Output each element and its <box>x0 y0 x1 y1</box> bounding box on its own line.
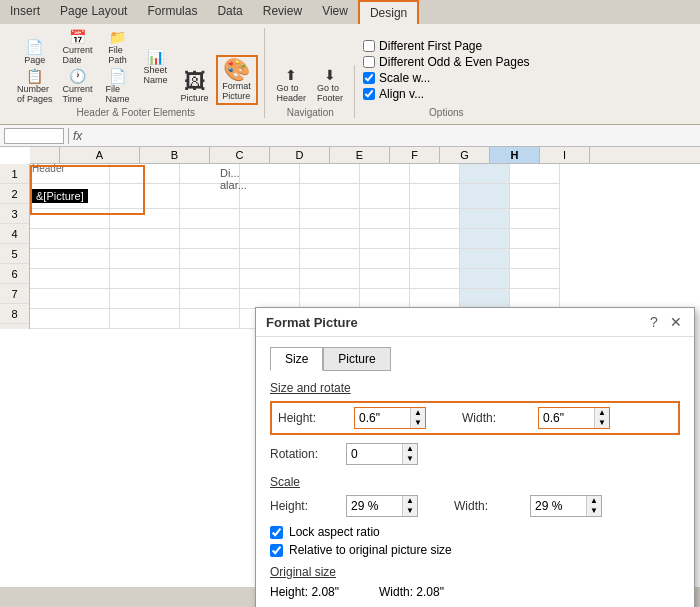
cell-b4[interactable] <box>110 229 180 249</box>
cell-d6[interactable] <box>240 269 300 289</box>
cell-a2[interactable]: &[Picture] <box>30 184 110 209</box>
rotation-spin-up[interactable]: ▲ <box>403 444 417 454</box>
col-header-f[interactable]: F <box>390 147 440 163</box>
cell-i3[interactable] <box>510 209 560 229</box>
cell-f3[interactable] <box>360 209 410 229</box>
cell-g3[interactable] <box>410 209 460 229</box>
cell-b8[interactable] <box>110 309 180 329</box>
current-date-button[interactable]: 📅 CurrentDate <box>58 28 98 66</box>
cell-h3[interactable] <box>460 209 510 229</box>
cell-a3[interactable] <box>30 209 110 229</box>
width-spin-up[interactable]: ▲ <box>595 408 609 418</box>
dialog-tab-size[interactable]: Size <box>270 347 323 371</box>
height-input[interactable] <box>355 409 410 427</box>
cell-b2[interactable] <box>110 184 180 209</box>
cell-i7[interactable] <box>510 289 560 309</box>
cell-h5[interactable] <box>460 249 510 269</box>
width-input[interactable] <box>539 409 594 427</box>
cell-f6[interactable] <box>360 269 410 289</box>
cell-e2[interactable] <box>300 184 360 209</box>
scale-height-up[interactable]: ▲ <box>403 496 417 506</box>
picture-button[interactable]: 🖼 Picture <box>176 69 214 105</box>
tab-data[interactable]: Data <box>207 0 252 24</box>
sheet-name-button[interactable]: 📊 SheetName <box>138 28 174 105</box>
cell-f2[interactable] <box>360 184 410 209</box>
diff-odd-even-checkbox[interactable] <box>363 56 375 68</box>
cell-a5[interactable] <box>30 249 110 269</box>
col-header-b[interactable]: B <box>140 147 210 163</box>
col-header-i[interactable]: I <box>540 147 590 163</box>
height-spin-down[interactable]: ▼ <box>411 418 425 428</box>
cell-i1[interactable] <box>510 164 560 184</box>
cell-g7[interactable] <box>410 289 460 309</box>
col-header-a[interactable]: A <box>60 147 140 163</box>
cell-b1[interactable] <box>110 164 180 184</box>
cell-i6[interactable] <box>510 269 560 289</box>
cell-c6[interactable] <box>180 269 240 289</box>
tab-review[interactable]: Review <box>253 0 312 24</box>
cell-e3[interactable] <box>300 209 360 229</box>
height-spin-up[interactable]: ▲ <box>411 408 425 418</box>
scale-width-up[interactable]: ▲ <box>587 496 601 506</box>
cell-g6[interactable] <box>410 269 460 289</box>
tab-insert[interactable]: Insert <box>0 0 50 24</box>
cell-e4[interactable] <box>300 229 360 249</box>
scale-with-checkbox[interactable] <box>363 72 375 84</box>
tab-design[interactable]: Design <box>358 0 419 24</box>
cell-i4[interactable] <box>510 229 560 249</box>
dialog-tab-picture[interactable]: Picture <box>323 347 390 371</box>
cell-e1[interactable] <box>300 164 360 184</box>
cell-f4[interactable] <box>360 229 410 249</box>
diff-first-page-checkbox[interactable] <box>363 40 375 52</box>
rotation-input[interactable] <box>347 445 402 463</box>
cell-a7[interactable] <box>30 289 110 309</box>
cell-f5[interactable] <box>360 249 410 269</box>
format-picture-button[interactable]: 🎨 FormatPicture <box>216 55 258 105</box>
cell-e5[interactable] <box>300 249 360 269</box>
cell-b5[interactable] <box>110 249 180 269</box>
cell-g5[interactable] <box>410 249 460 269</box>
cell-c4[interactable] <box>180 229 240 249</box>
page-number-button[interactable]: 📄 Page <box>14 38 56 66</box>
file-name-button[interactable]: 📄 FileName <box>100 67 136 105</box>
number-of-pages-button[interactable]: 📋 Numberof Pages <box>14 67 56 105</box>
cell-a6[interactable] <box>30 269 110 289</box>
cell-c7[interactable] <box>180 289 240 309</box>
cell-b7[interactable] <box>110 289 180 309</box>
cell-e7[interactable] <box>300 289 360 309</box>
cell-h6[interactable] <box>460 269 510 289</box>
rotation-spin-down[interactable]: ▼ <box>403 454 417 464</box>
cell-h7[interactable] <box>460 289 510 309</box>
cell-c3[interactable] <box>180 209 240 229</box>
dialog-help-button[interactable]: ? <box>646 314 662 330</box>
cell-d7[interactable] <box>240 289 300 309</box>
tab-formulas[interactable]: Formulas <box>137 0 207 24</box>
col-header-g[interactable]: G <box>440 147 490 163</box>
cell-i2[interactable] <box>510 184 560 209</box>
tab-view[interactable]: View <box>312 0 358 24</box>
align-v-checkbox[interactable] <box>363 88 375 100</box>
go-to-header-button[interactable]: ⬆ Go toHeader <box>273 65 311 105</box>
cell-i5[interactable] <box>510 249 560 269</box>
cell-b6[interactable] <box>110 269 180 289</box>
width-spin-down[interactable]: ▼ <box>595 418 609 428</box>
cell-h4[interactable] <box>460 229 510 249</box>
col-header-d[interactable]: D <box>270 147 330 163</box>
scale-width-input[interactable] <box>531 497 586 515</box>
cell-f7[interactable] <box>360 289 410 309</box>
cell-h1[interactable] <box>460 164 510 184</box>
name-box[interactable] <box>4 128 64 144</box>
relative-original-checkbox[interactable] <box>270 544 283 557</box>
go-to-footer-button[interactable]: ⬇ Go toFooter <box>312 65 348 105</box>
file-path-button[interactable]: 📁 FilePath <box>100 28 136 66</box>
col-header-h[interactable]: H <box>490 147 540 163</box>
cell-a8[interactable] <box>30 309 110 329</box>
cell-f1[interactable] <box>360 164 410 184</box>
col-header-c[interactable]: C <box>210 147 270 163</box>
col-header-e[interactable]: E <box>330 147 390 163</box>
cell-d1[interactable] <box>240 164 300 184</box>
cell-e6[interactable] <box>300 269 360 289</box>
cell-a4[interactable] <box>30 229 110 249</box>
cell-b3[interactable] <box>110 209 180 229</box>
dialog-close-button[interactable]: ✕ <box>668 314 684 330</box>
